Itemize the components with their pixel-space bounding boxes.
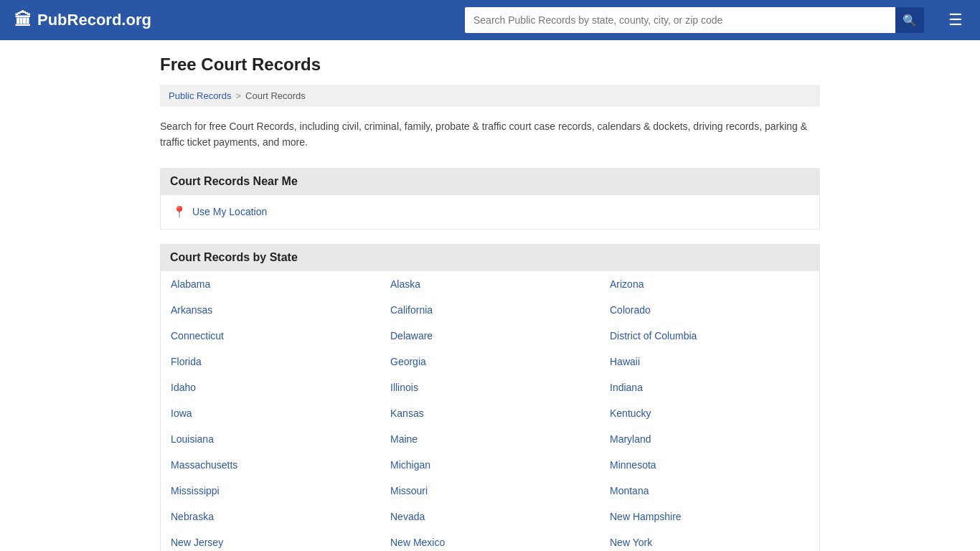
- logo-text: PubRecord.org: [37, 11, 151, 29]
- search-button[interactable]: 🔍: [895, 7, 924, 33]
- search-icon: 🔍: [903, 14, 917, 27]
- breadcrumb-separator: >: [235, 90, 241, 101]
- state-link[interactable]: Florida: [161, 349, 380, 375]
- state-link[interactable]: Nevada: [380, 504, 600, 529]
- state-link[interactable]: Missouri: [380, 478, 600, 504]
- state-link[interactable]: Alabama: [161, 271, 380, 297]
- state-link[interactable]: Nebraska: [161, 504, 380, 529]
- state-link[interactable]: Maryland: [600, 426, 819, 452]
- logo-icon: 🏛: [14, 10, 32, 30]
- state-link[interactable]: Delaware: [380, 323, 600, 349]
- breadcrumb-current: Court Records: [245, 90, 306, 101]
- menu-icon: ☰: [948, 11, 963, 29]
- by-state-section: Court Records by State AlabamaAlaskaAriz…: [160, 244, 820, 551]
- state-link[interactable]: Michigan: [380, 452, 600, 478]
- state-link[interactable]: Montana: [600, 478, 819, 504]
- state-link[interactable]: New Hampshire: [600, 504, 819, 529]
- state-link[interactable]: Minnesota: [600, 452, 819, 478]
- near-me-body: 📍 Use My Location: [160, 195, 820, 230]
- state-link[interactable]: Iowa: [161, 400, 380, 426]
- state-link[interactable]: New York: [600, 529, 819, 551]
- use-my-location-button[interactable]: 📍 Use My Location: [172, 205, 808, 219]
- location-label: Use My Location: [192, 206, 267, 217]
- state-link[interactable]: California: [380, 297, 600, 323]
- location-icon: 📍: [172, 205, 187, 219]
- state-link[interactable]: Kansas: [380, 400, 600, 426]
- state-link[interactable]: District of Columbia: [600, 323, 819, 349]
- states-grid: AlabamaAlaskaArizonaArkansasCaliforniaCo…: [160, 271, 820, 551]
- site-header: 🏛 PubRecord.org 🔍 ☰: [0, 0, 980, 40]
- main-content: Free Court Records Public Records > Cour…: [146, 40, 834, 551]
- page-description: Search for free Court Records, including…: [160, 118, 820, 151]
- state-link[interactable]: Colorado: [600, 297, 819, 323]
- state-link[interactable]: Alaska: [380, 271, 600, 297]
- state-link[interactable]: Massachusetts: [161, 452, 380, 478]
- state-link[interactable]: Arizona: [600, 271, 819, 297]
- state-link[interactable]: Connecticut: [161, 323, 380, 349]
- breadcrumb-home-link[interactable]: Public Records: [169, 90, 231, 101]
- by-state-header: Court Records by State: [160, 244, 820, 271]
- state-link[interactable]: Mississippi: [161, 478, 380, 504]
- page-title: Free Court Records: [160, 55, 820, 75]
- state-link[interactable]: Georgia: [380, 349, 600, 375]
- state-link[interactable]: Maine: [380, 426, 600, 452]
- state-link[interactable]: New Jersey: [161, 529, 380, 551]
- search-input[interactable]: [465, 7, 895, 33]
- state-link[interactable]: Indiana: [600, 375, 819, 400]
- state-link[interactable]: Kentucky: [600, 400, 819, 426]
- breadcrumb: Public Records > Court Records: [160, 85, 820, 107]
- state-link[interactable]: Louisiana: [161, 426, 380, 452]
- menu-button[interactable]: ☰: [946, 8, 966, 32]
- near-me-header: Court Records Near Me: [160, 168, 820, 195]
- site-logo[interactable]: 🏛 PubRecord.org: [14, 10, 151, 30]
- state-link[interactable]: Idaho: [161, 375, 380, 400]
- state-link[interactable]: New Mexico: [380, 529, 600, 551]
- state-link[interactable]: Arkansas: [161, 297, 380, 323]
- state-link[interactable]: Illinois: [380, 375, 600, 400]
- near-me-section: Court Records Near Me 📍 Use My Location: [160, 168, 820, 230]
- state-link[interactable]: Hawaii: [600, 349, 819, 375]
- search-area: 🔍: [465, 7, 924, 33]
